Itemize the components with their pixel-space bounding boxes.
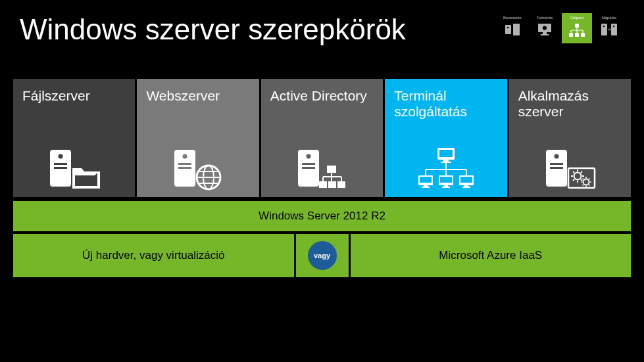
svg-point-55 [583, 179, 589, 185]
svg-rect-46 [460, 177, 472, 183]
nav-label: Felmérés [536, 16, 553, 20]
or-text: vagy [314, 252, 330, 260]
svg-rect-53 [568, 168, 595, 188]
nav-tiles: Bevezetés Felmérés Célpont Migrálás [497, 13, 624, 43]
fileserver-icon [46, 150, 102, 191]
svg-rect-43 [444, 185, 448, 187]
svg-rect-35 [443, 160, 449, 162]
bottom-left-text: Új hardver, vagy virtualizáció [82, 249, 224, 262]
role-title: Alkalmazás szerver [518, 88, 622, 120]
banner-text: Windows Server 2012 R2 [259, 210, 385, 223]
bottom-right-box: Microsoft Azure IaaS [351, 234, 632, 277]
or-circle: vagy [306, 239, 339, 272]
svg-rect-29 [327, 166, 336, 173]
svg-rect-17 [54, 163, 67, 165]
role-webszerver[interactable]: Webszerver [137, 79, 259, 197]
role-alkalmazas[interactable]: Alkalmazás szerver [509, 79, 631, 197]
svg-rect-52 [550, 167, 563, 169]
svg-rect-22 [178, 167, 191, 169]
svg-rect-51 [550, 163, 563, 165]
svg-rect-5 [541, 34, 549, 35]
webserver-icon [170, 150, 226, 191]
role-activedirectory[interactable]: Active Directory [261, 79, 383, 197]
nav-label: Bevezetés [503, 16, 522, 20]
terminal-icon [416, 148, 476, 191]
svg-rect-47 [464, 185, 468, 187]
role-title: Fájlszerver [22, 88, 126, 104]
page-title: Windows szerver szerepkörök [20, 13, 406, 46]
nav-tile-bevezetes[interactable]: Bevezetés [497, 13, 528, 43]
svg-point-26 [307, 154, 311, 159]
roles-row: Fájlszerver Webszerver [13, 79, 631, 197]
svg-rect-39 [424, 185, 428, 187]
role-title: Active Directory [270, 88, 374, 104]
banner-row: Windows Server 2012 R2 [13, 201, 631, 231]
appserver-icon [542, 150, 598, 191]
svg-rect-21 [178, 163, 191, 165]
svg-rect-9 [575, 33, 579, 37]
svg-point-13 [603, 26, 605, 27]
svg-rect-40 [422, 187, 430, 188]
svg-rect-11 [601, 24, 607, 35]
svg-point-2 [507, 27, 509, 29]
svg-rect-1 [513, 24, 520, 35]
svg-rect-18 [54, 167, 67, 169]
nav-tile-felmeres[interactable]: Felmérés [530, 13, 560, 43]
role-title: Webszerver [146, 88, 249, 104]
nav-tile-migralas[interactable]: Migrálás [594, 13, 624, 43]
svg-rect-42 [440, 177, 452, 183]
ad-icon [294, 150, 350, 191]
network-icon [569, 24, 585, 37]
svg-point-6 [543, 26, 547, 30]
svg-rect-28 [302, 167, 315, 169]
svg-point-50 [554, 154, 558, 159]
svg-point-16 [59, 154, 63, 159]
bottom-row: Új hardver, vagy virtualizáció vagy Micr… [13, 234, 631, 277]
svg-rect-48 [462, 187, 470, 188]
svg-rect-10 [581, 33, 585, 37]
svg-rect-27 [302, 163, 315, 165]
bottom-right-text: Microsoft Azure IaaS [439, 249, 542, 262]
svg-rect-4 [543, 32, 547, 34]
role-title: Terminál szolgáltatás [394, 88, 497, 120]
svg-rect-32 [337, 181, 345, 188]
svg-rect-44 [442, 187, 450, 188]
svg-rect-31 [328, 181, 336, 188]
doc-icon [505, 24, 520, 35]
svg-point-54 [574, 173, 581, 180]
svg-rect-30 [319, 181, 327, 188]
svg-rect-38 [420, 177, 432, 183]
bottom-left-box: Új hardver, vagy virtualizáció [13, 234, 294, 277]
nav-label: Célpont [570, 16, 584, 20]
role-fajlszerver[interactable]: Fájlszerver [13, 79, 135, 197]
svg-point-14 [613, 26, 614, 27]
nav-tile-celpont[interactable]: Célpont [562, 13, 592, 43]
svg-rect-36 [441, 162, 451, 163]
nav-label: Migrálás [602, 16, 617, 20]
svg-rect-0 [505, 25, 511, 34]
svg-rect-7 [575, 24, 579, 28]
svg-rect-12 [611, 24, 617, 35]
servers-icon [601, 24, 617, 35]
or-separator: vagy [296, 234, 349, 277]
svg-rect-34 [439, 150, 453, 157]
role-terminal[interactable]: Terminál szolgáltatás [385, 79, 507, 197]
svg-rect-8 [569, 33, 573, 37]
svg-point-20 [182, 154, 187, 159]
monitor-icon [537, 24, 553, 35]
